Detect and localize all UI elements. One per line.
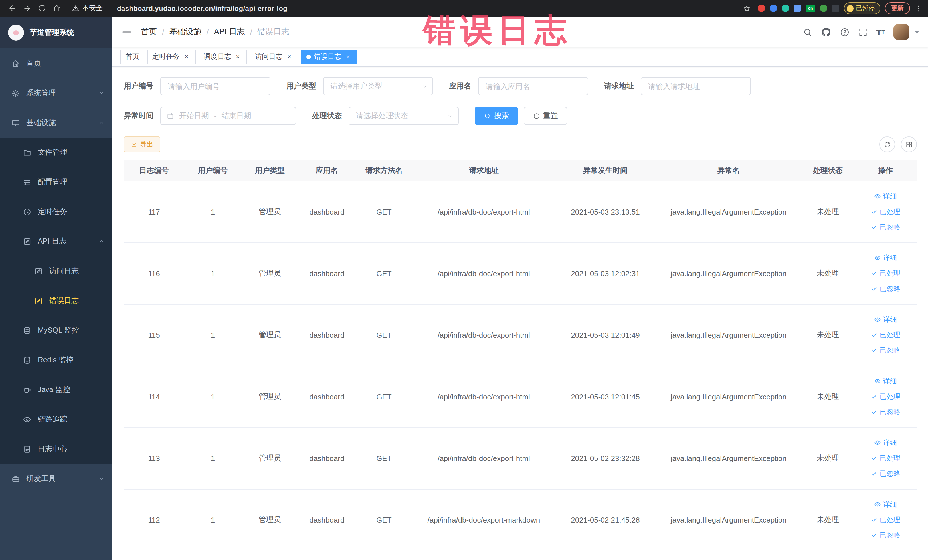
app-name-input[interactable] [478, 77, 588, 95]
search-icon[interactable] [803, 27, 812, 37]
date-range-picker[interactable]: 开始日期 - 结束日期 [160, 107, 296, 125]
close-icon[interactable] [183, 53, 191, 61]
reset-button[interactable]: 重置 [524, 107, 567, 125]
mark-processed-link[interactable]: 已处理 [858, 512, 913, 528]
sidebar-item-java-monitor[interactable]: Java 监控 [0, 375, 112, 404]
app-logo[interactable]: 芋道管理系统 [0, 17, 112, 49]
help-icon[interactable] [839, 27, 849, 37]
sidebar-item-label: 系统管理 [26, 88, 56, 98]
avatar-caret-icon[interactable] [914, 31, 919, 34]
paused-badge[interactable]: 已暂停 [844, 2, 881, 14]
mark-ignored-link[interactable]: 已忽略 [858, 220, 913, 235]
browser-menu-icon[interactable] [914, 4, 923, 12]
mark-ignored-link[interactable]: 已忽略 [858, 281, 913, 296]
cell-user-type: 管理员 [241, 366, 298, 427]
site-security-badge[interactable]: 不安全 [72, 3, 103, 13]
back-icon[interactable] [6, 2, 18, 15]
detail-link[interactable]: 详细 [858, 435, 913, 450]
column-settings-button[interactable] [901, 136, 917, 153]
mark-processed-link[interactable]: 已处理 [858, 450, 913, 466]
request-url-input[interactable] [641, 77, 751, 95]
user-avatar[interactable] [893, 24, 910, 40]
browser-update-button[interactable]: 更新 [885, 2, 910, 14]
github-icon[interactable] [821, 27, 831, 37]
cell-url: /api/infra/db-doc/export-html [412, 427, 555, 489]
sidebar-item-scheduled-tasks[interactable]: 定时任务 [0, 197, 112, 226]
sidebar-item-tracing[interactable]: 链路追踪 [0, 404, 112, 434]
cell-user-id: 1 [184, 427, 241, 489]
extension-icon[interactable] [820, 5, 827, 12]
sidebar-item-config-management[interactable]: 配置管理 [0, 167, 112, 197]
sidebar-item-label: 定时任务 [38, 206, 67, 217]
sidebar-item-home[interactable]: 首页 [0, 49, 112, 78]
extension-icon[interactable] [770, 5, 777, 12]
fullscreen-icon[interactable] [858, 27, 867, 37]
mark-ignored-link[interactable]: 已忽略 [858, 528, 913, 543]
tab-home[interactable]: 首页 [121, 49, 144, 64]
extension-icon[interactable] [758, 5, 765, 12]
tab-schedule-logs[interactable]: 调度日志 [198, 49, 247, 64]
cell-log-id: 113 [124, 427, 184, 489]
sidebar-item-infrastructure[interactable]: 基础设施 [0, 108, 112, 137]
coffee-icon [23, 385, 31, 394]
mark-processed-link[interactable]: 已处理 [858, 389, 913, 404]
detail-link[interactable]: 详细 [858, 189, 913, 204]
log-edit-icon [23, 237, 31, 246]
bookmark-star-icon[interactable] [740, 2, 753, 15]
status-select[interactable]: 请选择处理状态 [349, 107, 459, 125]
status-label: 处理状态 [312, 111, 342, 121]
close-icon[interactable] [344, 53, 352, 61]
tab-access-logs[interactable]: 访问日志 [250, 49, 298, 64]
close-icon[interactable] [234, 53, 242, 61]
detail-link[interactable]: 详细 [858, 497, 913, 512]
mark-processed-link[interactable]: 已处理 [858, 327, 913, 343]
reload-icon[interactable] [35, 2, 48, 15]
sidebar-item-mysql-monitor[interactable]: MySQL 监控 [0, 316, 112, 345]
breadcrumb-home[interactable]: 首页 [141, 27, 157, 37]
breadcrumb-infrastructure[interactable]: 基础设施 [169, 27, 201, 37]
sidebar-item-dev-tools[interactable]: 研发工具 [0, 464, 112, 493]
mark-ignored-link[interactable]: 已忽略 [858, 343, 913, 358]
address-bar[interactable]: dashboard.yudao.iocoder.cn/infra/log/api… [117, 4, 737, 12]
detail-link[interactable]: 详细 [858, 312, 913, 327]
cell-log-id: 115 [124, 304, 184, 366]
home-icon[interactable] [50, 2, 63, 15]
filter-row-2: 异常时间 开始日期 - 结束日期 处理状态 请选择处理状态 [124, 107, 917, 125]
tab-label: 首页 [125, 52, 139, 62]
extension-icon[interactable] [832, 5, 839, 12]
extension-on-badge[interactable]: on [806, 5, 815, 12]
hamburger-icon[interactable] [122, 27, 132, 37]
detail-link[interactable]: 详细 [858, 250, 913, 266]
user-type-select[interactable]: 请选择用户类型 [323, 77, 433, 95]
mark-ignored-link[interactable]: 已忽略 [858, 466, 913, 481]
extension-icon[interactable] [781, 5, 789, 12]
sidebar-item-file-management[interactable]: 文件管理 [0, 137, 112, 167]
detail-link[interactable]: 详细 [858, 374, 913, 389]
user-id-input[interactable] [160, 77, 270, 95]
mark-ignored-link[interactable]: 已忽略 [858, 404, 913, 420]
breadcrumb-separator [250, 27, 252, 37]
cell-user-id: 1 [184, 304, 241, 366]
sidebar-item-system[interactable]: 系统管理 [0, 78, 112, 108]
sidebar-item-access-logs[interactable]: 访问日志 [0, 256, 112, 286]
mark-processed-link[interactable]: 已处理 [858, 266, 913, 281]
tab-error-logs[interactable]: 错误日志 [301, 49, 357, 64]
sidebar-item-redis-monitor[interactable]: Redis 监控 [0, 345, 112, 375]
breadcrumb-api-logs[interactable]: API 日志 [214, 27, 245, 37]
cell-user-type: 管理员 [241, 427, 298, 489]
export-button[interactable]: 导出 [124, 136, 160, 153]
search-button[interactable]: 搜索 [475, 107, 518, 125]
request-url-label: 请求地址 [604, 81, 634, 91]
refresh-button[interactable] [879, 136, 895, 153]
sidebar-item-api-logs[interactable]: API 日志 [0, 226, 112, 256]
close-icon[interactable] [285, 53, 293, 61]
extension-icon[interactable] [794, 5, 801, 12]
font-size-icon[interactable]: TT [876, 27, 885, 36]
document-icon [23, 445, 31, 453]
sidebar-item-log-center[interactable]: 日志中心 [0, 434, 112, 464]
forward-icon[interactable] [21, 2, 33, 15]
cell-url: /api/infra/db-doc/export-html [412, 366, 555, 427]
sidebar-item-error-logs[interactable]: 错误日志 [0, 286, 112, 316]
tab-scheduled-tasks[interactable]: 定时任务 [147, 49, 196, 64]
mark-processed-link[interactable]: 已处理 [858, 204, 913, 220]
